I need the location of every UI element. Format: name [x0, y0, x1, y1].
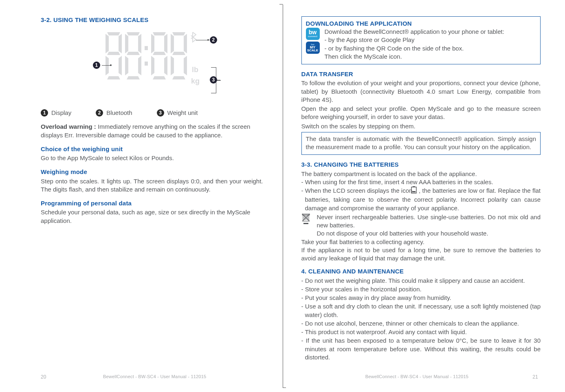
svg-marker-11	[125, 56, 128, 75]
legend-item-weight-unit: 3 Weight unit	[157, 109, 198, 117]
footer-right: BewellConnect - BW-SC4 - User Manual - 1…	[301, 374, 539, 380]
svg-marker-25	[184, 34, 187, 53]
svg-marker-19	[153, 52, 166, 55]
batteries-warning-2: Do not dispose of your old batteries wit…	[317, 229, 541, 238]
choice-weighing-unit-text: Go to the App MyScale to select Kilos or…	[41, 154, 263, 162]
batteries-intro: The battery compartment is located on th…	[301, 170, 541, 178]
page-number-left: 20	[41, 374, 46, 380]
batteries-bullet-2a: - When the LCD screen displays the icon	[301, 187, 414, 194]
svg-marker-26	[172, 52, 185, 55]
legend-row: 1 Display 2 Bluetooth 3 Weight unit	[41, 109, 263, 117]
svg-rect-40	[303, 223, 308, 224]
data-transfer-heading: DATA TRANSFER	[301, 70, 541, 78]
svg-marker-23	[172, 32, 185, 35]
lcd-svg: lb kg	[103, 26, 200, 92]
legend-3-label: Weight unit	[167, 109, 198, 117]
cleaning-item-2: - Store your scales in the horizontal po…	[301, 285, 541, 293]
weighing-mode-text: Step onto the scales. It lights up. The …	[41, 177, 263, 194]
batteries-warning-1: Never insert rechargeable batteries. Use…	[317, 213, 541, 230]
legend-item-bluetooth: 2 Bluetooth	[96, 109, 132, 117]
svg-marker-1	[106, 34, 109, 53]
cleaning-item-5: - Do not use alcohol, benzene, thinner o…	[301, 319, 541, 328]
svg-marker-2	[119, 34, 122, 53]
choice-weighing-unit-heading: Choice of the weighing unit	[41, 145, 263, 153]
download-line-4: Then click the MyScale icon.	[325, 53, 504, 61]
svg-marker-27	[171, 56, 174, 75]
svg-marker-10	[127, 52, 140, 55]
callout-1-badge: 1	[93, 62, 100, 69]
svg-marker-22	[153, 76, 166, 79]
downloading-application-box: DOWNLOADING THE APPLICATION bw connect b…	[301, 16, 541, 64]
svg-marker-29	[172, 76, 185, 79]
svg-marker-21	[164, 56, 167, 75]
footer-left: 20 BewellConnect - BW-SC4 - User Manual …	[41, 374, 263, 380]
cleaning-item-1: - Do not wet the weighing plate. This co…	[301, 277, 541, 285]
data-transfer-note-box: The data transfer is automatic with the …	[301, 132, 541, 155]
myscale-icon-bot: SCALE	[307, 49, 318, 52]
svg-marker-0	[107, 32, 120, 35]
cleaning-item-6: - This product is not waterproof. Avoid …	[301, 328, 541, 336]
cleaning-item-7: - If the unit has been exposed to a temp…	[301, 337, 541, 361]
data-transfer-p3: Switch on the scales by stepping on them…	[301, 122, 541, 130]
batteries-agency: Take your flat batteries to a collecting…	[301, 238, 541, 246]
callout-2-badge: 2	[210, 36, 217, 44]
legend-2-label: Bluetooth	[106, 109, 132, 117]
download-line-3: - or by flashing the QR Code on the side…	[325, 44, 504, 53]
svg-marker-4	[106, 56, 109, 75]
svg-marker-7	[127, 32, 140, 35]
cleaning-item-3: - Put your scales away in dry place away…	[301, 294, 541, 302]
svg-marker-6	[107, 76, 120, 79]
downloading-application-heading: DOWNLOADING THE APPLICATION	[306, 20, 536, 27]
legend-1-label: Display	[51, 109, 71, 117]
svg-marker-20	[151, 56, 154, 75]
section-3-2-heading: 3-2. USING THE WEIGHING SCALES	[41, 16, 263, 23]
manual-page-right: DOWNLOADING THE APPLICATION bw connect b…	[283, 0, 565, 392]
bewellconnect-icon-label: bw	[308, 30, 317, 35]
batteries-bullet-2: - When the LCD screen displays the icon …	[301, 186, 541, 212]
svg-marker-28	[184, 56, 187, 75]
changing-batteries-heading: 3-3. CHANGING THE BATTERIES	[301, 161, 541, 169]
legend-2-number: 2	[96, 109, 103, 117]
unit-kg-label: kg	[191, 77, 200, 85]
data-transfer-p2: Open the app and select your profile. Op…	[301, 105, 541, 121]
lcd-display-figure: lb kg 1 2 3	[91, 26, 213, 98]
svg-marker-8	[125, 34, 128, 53]
svg-marker-16	[153, 32, 166, 35]
unit-lb-label: lb	[192, 66, 198, 74]
footer-text-left: BewellConnect - BW-SC4 - User Manual - 1…	[103, 374, 206, 380]
overload-warning: Overload warning : Immediately remove an…	[41, 123, 263, 139]
svg-rect-14	[145, 46, 148, 50]
legend-item-display: 1 Display	[41, 109, 71, 117]
overload-warning-label: Overload warning :	[41, 123, 98, 130]
svg-marker-3	[107, 52, 120, 55]
programming-personal-data-heading: Programming of personal data	[41, 199, 263, 207]
footer-text-right: BewellConnect - BW-SC4 - User Manual - 1…	[365, 374, 468, 380]
svg-marker-12	[138, 56, 141, 75]
lcd-graphic: lb kg	[103, 26, 200, 92]
cleaning-item-4: - Use a soft and dry cloth to clean the …	[301, 302, 541, 319]
low-battery-icon	[414, 186, 417, 196]
manual-page-left: 3-2. USING THE WEIGHING SCALES	[0, 0, 283, 392]
batteries-long-time: If the appliance is not to be used for a…	[301, 246, 541, 263]
programming-personal-data-text: Schedule your personal data, such as age…	[41, 208, 263, 225]
svg-rect-32	[412, 191, 416, 192]
batteries-bullet-1: - When using for the first time, insert …	[301, 178, 541, 186]
legend-3-number: 3	[157, 109, 164, 117]
page-spine-divider	[283, 0, 283, 392]
svg-marker-17	[151, 34, 154, 53]
page-number-right: 21	[532, 374, 538, 380]
bewellconnect-app-icon: bw connect	[306, 28, 320, 40]
svg-marker-5	[119, 56, 122, 75]
svg-rect-15	[145, 62, 148, 66]
crossed-bin-icon	[301, 213, 310, 225]
weighing-mode-heading: Weighing mode	[41, 168, 263, 176]
download-line-1: Download the BewellConnect® application …	[325, 28, 504, 36]
legend-1-number: 1	[41, 109, 48, 117]
svg-marker-13	[127, 76, 140, 79]
svg-marker-24	[171, 34, 174, 53]
data-transfer-p1: To follow the evolution of your weight a…	[301, 79, 541, 104]
myscale-app-icon: bw MY SCALE	[306, 42, 320, 54]
cleaning-maintenance-heading: 4. CLEANING AND MAINTENANCE	[301, 267, 541, 275]
svg-marker-18	[164, 34, 167, 53]
svg-marker-9	[138, 34, 141, 53]
